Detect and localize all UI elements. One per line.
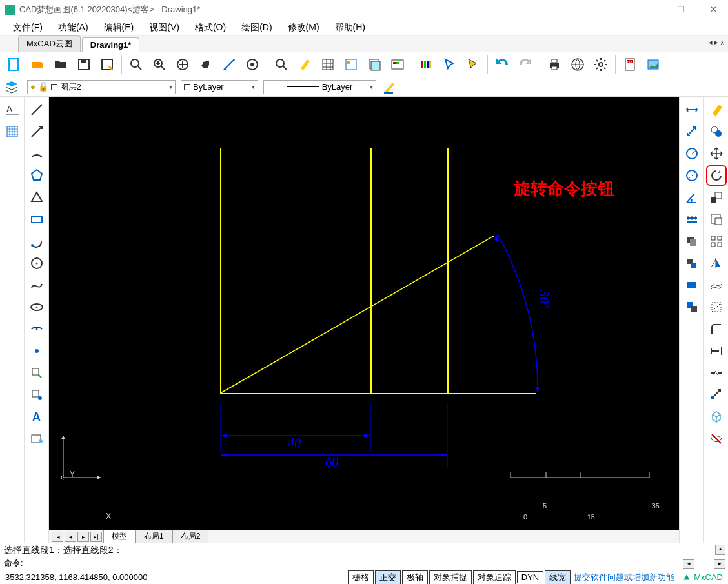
fill-rect-icon[interactable] (682, 275, 702, 296)
copy-layer-icon[interactable] (682, 297, 702, 317)
web-icon[interactable] (567, 54, 588, 75)
dim-continue-icon[interactable] (682, 209, 702, 230)
3d-icon[interactable] (706, 407, 727, 427)
menu-function[interactable]: 功能(A) (50, 21, 96, 35)
trim-icon[interactable] (706, 209, 727, 230)
mode-lwt[interactable]: 线宽 (545, 570, 571, 585)
mode-grid[interactable]: 栅格 (348, 570, 374, 585)
measure-icon[interactable] (219, 54, 239, 75)
tab-drawing1[interactable]: Drawing1* (82, 37, 140, 52)
save-as-icon[interactable] (97, 54, 117, 75)
text-style-icon[interactable]: A (2, 99, 23, 120)
table-icon[interactable] (318, 54, 338, 75)
menu-help[interactable]: 帮助(H) (327, 21, 373, 35)
circle-icon[interactable] (26, 253, 47, 274)
zoom-in-icon[interactable] (149, 54, 170, 75)
layout-scroll-next[interactable]: ▸ (77, 532, 89, 542)
arc-icon[interactable] (26, 143, 47, 164)
maximize-button[interactable]: ☐ (671, 5, 691, 14)
revision-cloud-icon[interactable] (26, 428, 47, 449)
move-icon[interactable] (706, 143, 727, 164)
mode-osnap[interactable]: 对象捕捉 (429, 570, 472, 585)
color-selector[interactable]: ByLayer ▾ (181, 80, 258, 94)
point-icon[interactable] (26, 341, 47, 361)
ellipse-arc-icon[interactable] (26, 319, 47, 339)
minimize-button[interactable]: — (639, 5, 658, 14)
close-button[interactable]: ✕ (703, 5, 723, 14)
dim-radius-icon[interactable] (682, 143, 702, 164)
stretch-icon[interactable] (706, 385, 727, 405)
mtext-icon[interactable]: A (26, 407, 47, 427)
ray-icon[interactable] (26, 121, 47, 142)
explode-icon[interactable] (706, 297, 727, 317)
line-icon[interactable] (26, 99, 47, 120)
menu-edit[interactable]: 编辑(E) (96, 21, 142, 35)
layout-scroll-last[interactable]: ▸| (90, 532, 102, 542)
hide-icon[interactable] (706, 428, 727, 449)
menu-view[interactable]: 视图(V) (141, 21, 187, 35)
menu-draw[interactable]: 绘图(D) (234, 21, 279, 35)
dim-aligned-icon[interactable] (682, 121, 702, 142)
tab-cloud[interactable]: MxCAD云图 (18, 35, 81, 52)
insert-block-icon[interactable] (26, 385, 47, 405)
scale-icon[interactable] (706, 187, 727, 208)
image-icon[interactable] (643, 54, 663, 75)
erase-icon[interactable] (706, 99, 727, 120)
block-icon[interactable] (26, 363, 47, 383)
ellipse-icon[interactable] (26, 297, 47, 317)
pan-icon[interactable] (196, 54, 216, 75)
options-icon[interactable] (387, 54, 408, 75)
linetype-selector[interactable]: ByLayer ▾ (263, 80, 376, 94)
mode-polar[interactable]: 极轴 (402, 570, 428, 585)
select-icon[interactable] (440, 54, 460, 75)
mode-dyn[interactable]: DYN (517, 571, 543, 583)
mirror-icon[interactable] (706, 253, 727, 274)
menu-file[interactable]: 文件(F) (5, 21, 50, 35)
dim-angular-icon[interactable] (682, 187, 702, 208)
save-icon[interactable] (74, 54, 94, 75)
redo-icon[interactable] (515, 54, 536, 75)
cmd-scroll-left[interactable]: ◂ (683, 559, 694, 569)
mode-ortho[interactable]: 正交 (375, 570, 401, 585)
open-cloud-icon[interactable] (27, 54, 48, 75)
tab-controls[interactable]: ◂ ▸ x (709, 38, 724, 46)
undo-icon[interactable] (492, 54, 512, 75)
offset-spline-icon[interactable] (706, 275, 727, 296)
search-icon[interactable] (271, 54, 292, 75)
command-prompt[interactable]: 命令: ◂ ▸ (0, 557, 728, 570)
dim-linear-icon[interactable] (682, 99, 702, 120)
dim-diameter-icon[interactable] (682, 165, 702, 186)
tab-layout1[interactable]: 布局1 (136, 530, 172, 543)
fillet-icon[interactable] (706, 319, 727, 339)
settings-icon[interactable] (591, 54, 611, 75)
layout-scroll-prev[interactable]: ◂ (65, 532, 76, 542)
pencil-icon[interactable] (381, 79, 399, 95)
cmd-scroll-right[interactable]: ▸ (714, 559, 725, 569)
layout-scroll-first[interactable]: |◂ (52, 532, 63, 542)
hatch-icon[interactable] (2, 121, 23, 142)
new-file-icon[interactable] (4, 54, 25, 75)
arc3p-icon[interactable] (26, 231, 47, 252)
polygon-icon[interactable] (26, 165, 47, 186)
drawing-canvas[interactable]: 40 60 30° 旋转命令按钮 Y X 5 35 0 15 (49, 97, 679, 530)
quick-select-icon[interactable] (463, 54, 483, 75)
layer-panel-icon[interactable] (364, 54, 385, 75)
menu-modify[interactable]: 修改(M) (280, 21, 327, 35)
palette-icon[interactable] (416, 54, 437, 75)
layer-move-icon[interactable] (682, 253, 702, 274)
layer-selector[interactable]: ●🔓 图层2 ▾ (27, 80, 176, 94)
extend-icon[interactable] (706, 341, 727, 361)
copy-icon[interactable] (706, 121, 727, 142)
mode-otrack[interactable]: 对象追踪 (473, 570, 516, 585)
open-folder-icon[interactable] (50, 54, 71, 75)
zoom-window-icon[interactable] (126, 54, 147, 75)
rectangle-icon[interactable] (26, 209, 47, 230)
array-icon[interactable] (706, 231, 727, 252)
brand-label[interactable]: MxCAD (677, 572, 728, 582)
properties-icon[interactable] (341, 54, 361, 75)
cmd-scroll-up[interactable]: ▴ (715, 545, 725, 555)
feedback-link[interactable]: 提交软件问题或增加新功能 (571, 572, 677, 583)
rotate-icon[interactable] (706, 165, 727, 186)
layer-stack-icon[interactable] (682, 231, 702, 252)
break-icon[interactable] (706, 363, 727, 383)
